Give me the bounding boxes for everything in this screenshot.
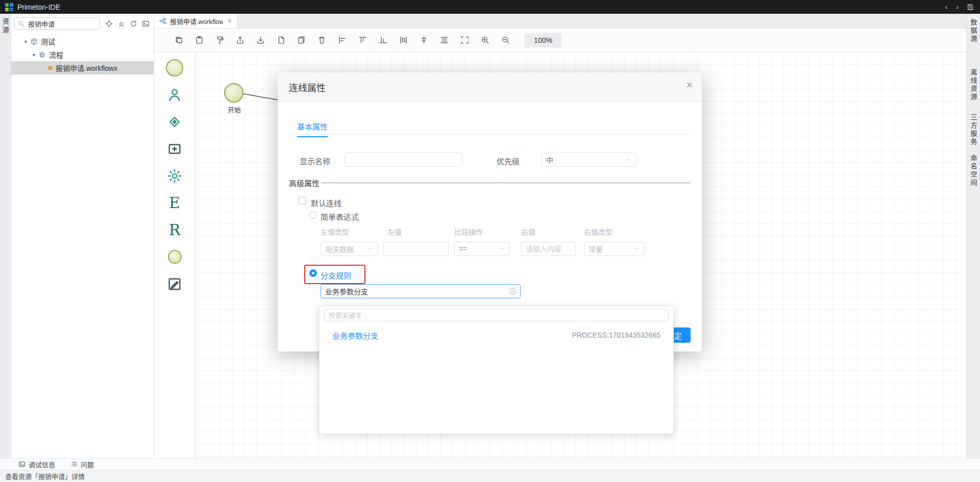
doc-icon[interactable] [277,36,285,44]
left-type-select[interactable]: 相关数据 [321,242,378,256]
title-bar: Primeton-IDE ‹ › [0,0,980,14]
priority-label: 优先级 [497,156,520,166]
palette-note[interactable] [154,270,195,297]
branch-rule-label: 分支规则 [321,270,351,281]
search-input[interactable] [27,19,96,28]
align-left-icon[interactable] [338,36,347,44]
tab-basic-properties[interactable]: 基本属性 [297,121,328,137]
list-icon [70,461,78,468]
workflow-icon [159,17,166,24]
resource-explorer: ▾ 测试 ▾ 流程 报销申请.workflowx [11,14,154,458]
priority-select[interactable]: 中 [542,153,636,167]
right-strip-tab-1[interactable]: 离线资源 [969,68,978,103]
fit-view-icon[interactable] [460,36,469,44]
refresh-icon[interactable] [130,20,137,28]
chevron-down-icon [499,246,505,252]
resource-tree: ▾ 测试 ▾ 流程 报销申请.workflowx [11,35,154,74]
left-value-input[interactable] [383,242,449,256]
align-center-icon[interactable] [420,36,428,44]
title-bar-actions: ‹ › [945,0,974,14]
problems-label: 问题 [81,460,94,469]
align-top-icon[interactable] [358,36,367,44]
search-icon [18,20,24,27]
display-name-label: 显示名称 [300,156,330,166]
explorer-actions [105,20,150,28]
distribute-v-icon[interactable] [440,36,449,44]
caret-down-icon[interactable]: ▾ [24,39,27,44]
right-strip-tab-0[interactable]: 数据源 [969,18,978,44]
palette-start-node[interactable] [154,54,195,81]
tree-item-project[interactable]: ▾ 测试 [11,35,154,48]
format-painter-icon[interactable] [215,36,224,44]
problems-tab[interactable]: 问题 [70,460,94,469]
toolbar-icons [175,36,510,44]
branch-rule-radio[interactable] [309,269,317,277]
display-name-input[interactable] [345,153,462,167]
palette-auto-task[interactable] [154,162,195,189]
palette-subprocess[interactable] [154,135,195,162]
default-line-checkbox[interactable] [299,197,306,205]
start-node-label: 开始 [216,105,253,114]
status-bar: 查看资源「报销申请」详情 [0,470,980,482]
copy-icon[interactable] [175,36,183,44]
left-strip-tab-resources[interactable]: 资源 [1,18,10,458]
simple-expression-radio[interactable] [309,211,317,219]
left-type-value: 相关数据 [325,244,354,254]
console-icon[interactable] [142,20,150,28]
tree-item-label: 报销申请.workflowx [56,63,117,73]
palette-end-node[interactable] [154,243,195,270]
right-strip-tab-3[interactable]: 命名空间 [969,154,978,188]
import-icon[interactable] [256,36,265,44]
caret-down-icon[interactable]: ▾ [33,52,35,58]
dialog-title: 连线属性 [289,81,326,94]
column-right-type: 右值类型 [584,226,612,237]
tab-label: 报销申请.workflowx* [170,16,223,26]
section-divider [322,183,691,183]
dropdown-search-input[interactable] [324,309,669,321]
priority-value: 中 [546,155,553,165]
save-icon[interactable] [967,4,974,11]
paste-icon[interactable] [195,36,204,44]
compare-op-select[interactable]: == [454,242,510,256]
delete-icon[interactable] [317,36,326,44]
branch-rule-input[interactable] [321,284,521,298]
zoom-level[interactable]: 100% [525,33,561,47]
nav-forward-icon[interactable]: › [956,3,959,11]
explorer-header [11,14,154,32]
status-text: 查看资源「报销申请」详情 [5,471,85,481]
popup-item[interactable]: 业务参数分支PROCESS:1701943532665 [320,327,673,343]
right-type-value: 常量 [589,244,603,254]
terminal-icon [18,461,26,468]
start-node[interactable] [224,83,243,103]
palette-letter-r[interactable]: R [154,216,195,243]
zoom-out-icon[interactable] [501,36,510,44]
palette-manual-task[interactable] [154,81,195,108]
tree-item-workflow-file[interactable]: 报销申请.workflowx [11,61,154,74]
chevron-down-icon [634,246,640,252]
clear-icon[interactable] [508,287,517,295]
right-value-input[interactable] [521,242,576,256]
tab-close-icon[interactable]: × [228,17,232,24]
locate-icon[interactable] [105,20,113,28]
palette-letter-e[interactable]: E [154,189,195,216]
doc-copy-icon[interactable] [297,36,306,44]
right-strip-tab-2[interactable]: 三方服务 [969,113,978,147]
debug-info-tab[interactable]: 调试信息 [18,460,55,469]
palette-gateway[interactable] [154,108,195,135]
tree-item-process-folder[interactable]: ▾ 流程 [11,48,154,61]
align-bottom-icon[interactable] [379,36,387,44]
tab-workflow[interactable]: 报销申请.workflowx* × [154,14,237,28]
bottom-panel-bar: 调试信息 问题 [0,458,980,470]
right-tab-strip: 数据源离线资源三方服务命名空间 [966,14,980,458]
close-icon[interactable]: × [686,80,693,91]
right-type-select[interactable]: 常量 [584,242,645,256]
zoom-in-icon[interactable] [481,36,489,44]
distribute-h-icon[interactable] [399,36,408,44]
export-icon[interactable] [236,36,244,44]
collapse-all-icon[interactable] [117,20,125,28]
explorer-search-box[interactable] [14,17,100,30]
nav-back-icon[interactable]: ‹ [945,3,947,11]
node-palette: ER [154,52,195,458]
debug-info-label: 调试信息 [29,460,55,469]
column-compare-op: 比较操作 [454,226,483,237]
